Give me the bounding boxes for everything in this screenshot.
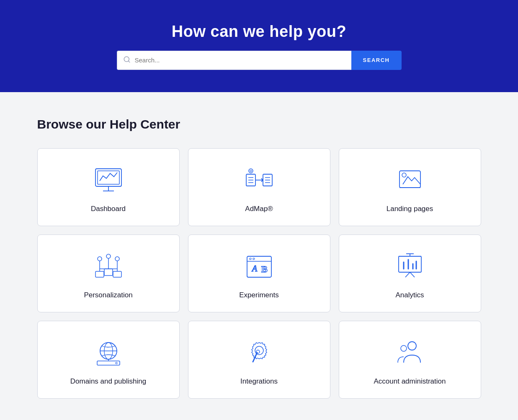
svg-text:A: A bbox=[251, 264, 258, 273]
domains-icon bbox=[92, 338, 125, 367]
card-integrations-label: Integrations bbox=[240, 377, 278, 386]
card-domains-publishing-label: Domains and publishing bbox=[70, 377, 146, 386]
svg-point-32 bbox=[250, 258, 251, 260]
account-admin-icon bbox=[393, 338, 427, 367]
card-account-admin-label: Account administration bbox=[374, 377, 446, 386]
svg-point-51 bbox=[116, 362, 117, 364]
card-admap[interactable]: AdMap® bbox=[188, 148, 330, 226]
search-bar: SEARCH bbox=[117, 51, 402, 70]
svg-rect-25 bbox=[113, 271, 121, 277]
experiments-icon: A B bbox=[242, 252, 276, 281]
card-analytics[interactable]: Analytics bbox=[339, 234, 481, 312]
svg-point-15 bbox=[249, 169, 253, 173]
search-button[interactable]: SEARCH bbox=[351, 51, 402, 70]
card-experiments[interactable]: A B Experiments bbox=[188, 234, 330, 312]
card-account-admin[interactable]: Account administration bbox=[339, 321, 481, 399]
card-admap-label: AdMap® bbox=[245, 205, 273, 213]
card-landing-pages-label: Landing pages bbox=[387, 205, 433, 213]
svg-point-56 bbox=[401, 345, 407, 351]
card-personalization[interactable]: Personalization bbox=[37, 234, 180, 312]
svg-rect-36 bbox=[399, 256, 421, 272]
card-integrations[interactable]: Integrations bbox=[188, 321, 330, 399]
svg-point-54 bbox=[256, 350, 260, 353]
card-analytics-label: Analytics bbox=[395, 291, 424, 299]
hero-title: How can we help you? bbox=[172, 23, 347, 41]
svg-point-33 bbox=[253, 258, 255, 260]
svg-line-43 bbox=[410, 272, 415, 277]
card-domains-publishing[interactable]: Domains and publishing bbox=[37, 321, 180, 399]
svg-point-18 bbox=[402, 173, 406, 177]
admap-icon bbox=[242, 165, 276, 195]
search-icon bbox=[123, 56, 131, 65]
card-dashboard[interactable]: Dashboard bbox=[37, 148, 180, 226]
search-input[interactable] bbox=[135, 57, 345, 64]
svg-line-42 bbox=[405, 272, 410, 277]
dashboard-icon bbox=[92, 165, 125, 195]
landing-pages-icon bbox=[393, 165, 427, 195]
search-input-wrapper bbox=[117, 51, 351, 70]
svg-point-16 bbox=[250, 170, 252, 172]
svg-rect-3 bbox=[98, 171, 119, 184]
browse-title: Browse our Help Center bbox=[37, 117, 481, 131]
svg-point-22 bbox=[115, 257, 119, 261]
svg-rect-24 bbox=[95, 271, 104, 277]
svg-point-21 bbox=[98, 257, 102, 261]
svg-rect-23 bbox=[104, 269, 113, 276]
svg-point-55 bbox=[408, 342, 416, 350]
analytics-icon bbox=[393, 252, 427, 281]
hero-section: How can we help you? SEARCH bbox=[0, 0, 518, 92]
card-personalization-label: Personalization bbox=[84, 291, 132, 299]
cards-grid: Dashboard bbox=[37, 148, 481, 399]
integrations-icon bbox=[242, 338, 276, 367]
svg-text:B: B bbox=[261, 264, 268, 274]
svg-rect-49 bbox=[97, 361, 120, 365]
personalization-icon bbox=[92, 252, 125, 281]
card-landing-pages[interactable]: Landing pages bbox=[339, 148, 481, 226]
svg-line-1 bbox=[128, 61, 129, 62]
card-experiments-label: Experiments bbox=[239, 291, 278, 299]
svg-rect-2 bbox=[95, 169, 121, 186]
card-dashboard-label: Dashboard bbox=[91, 205, 126, 213]
browse-section: Browse our Help Center Dashboard bbox=[21, 92, 498, 415]
svg-point-20 bbox=[106, 254, 111, 258]
